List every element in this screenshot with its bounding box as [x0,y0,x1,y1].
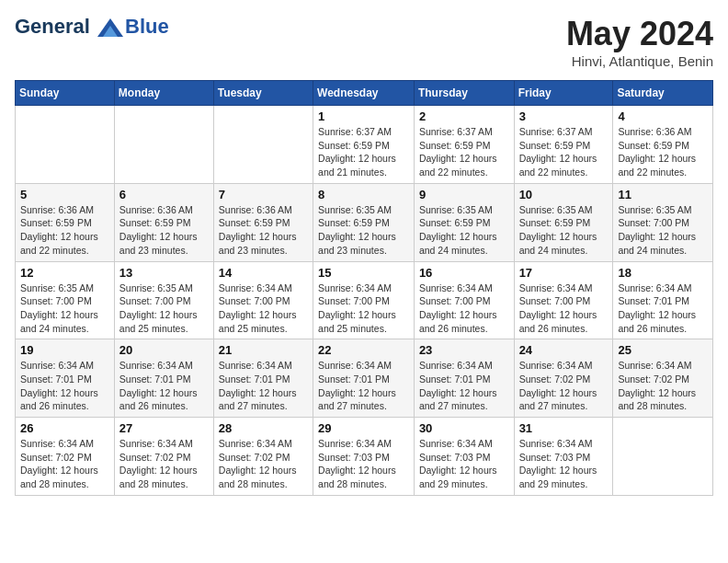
day-info: Sunrise: 6:34 AMSunset: 7:01 PMDaylight:… [419,359,509,413]
logo-text: General [15,15,90,38]
day-info: Sunrise: 6:34 AMSunset: 7:02 PMDaylight:… [519,359,609,413]
calendar-week-row: 1Sunrise: 6:37 AMSunset: 6:59 PMDaylight… [16,106,713,184]
calendar-cell: 8Sunrise: 6:35 AMSunset: 6:59 PMDaylight… [313,183,415,261]
day-number: 9 [419,188,509,201]
calendar-cell: 28Sunrise: 6:34 AMSunset: 7:02 PMDayligh… [213,418,313,496]
day-info: Sunrise: 6:34 AMSunset: 7:02 PMDaylight:… [119,437,209,491]
weekday-header: Wednesday [313,81,415,106]
day-info: Sunrise: 6:34 AMSunset: 7:00 PMDaylight:… [519,282,609,336]
calendar-cell: 2Sunrise: 6:37 AMSunset: 6:59 PMDaylight… [414,106,514,184]
day-info: Sunrise: 6:35 AMSunset: 7:00 PMDaylight:… [618,203,708,258]
day-number: 12 [20,266,109,280]
calendar-cell: 25Sunrise: 6:34 AMSunset: 7:02 PMDayligh… [613,339,713,418]
calendar-cell: 29Sunrise: 6:34 AMSunset: 7:03 PMDayligh… [313,418,415,496]
calendar-cell [213,106,313,184]
day-number: 5 [20,188,109,201]
day-number: 24 [519,343,609,357]
calendar-cell: 24Sunrise: 6:34 AMSunset: 7:02 PMDayligh… [514,339,613,418]
day-info: Sunrise: 6:35 AMSunset: 6:59 PMDaylight:… [318,203,409,258]
calendar-cell: 14Sunrise: 6:34 AMSunset: 7:00 PMDayligh… [213,261,313,339]
weekday-header: Thursday [414,81,514,106]
day-info: Sunrise: 6:36 AMSunset: 6:59 PMDaylight:… [20,203,109,258]
day-number: 13 [119,266,209,280]
day-number: 21 [219,343,308,357]
weekday-header: Saturday [613,81,713,106]
day-number: 23 [419,343,509,357]
logo-blue: Blue [125,15,169,39]
day-info: Sunrise: 6:34 AMSunset: 7:01 PMDaylight:… [618,282,708,336]
logo-icon [97,18,123,37]
location: Hinvi, Atlantique, Benin [566,53,713,69]
day-info: Sunrise: 6:37 AMSunset: 6:59 PMDaylight:… [318,125,409,179]
day-info: Sunrise: 6:34 AMSunset: 7:00 PMDaylight:… [219,282,308,336]
calendar-cell: 26Sunrise: 6:34 AMSunset: 7:02 PMDayligh… [16,418,115,496]
calendar-cell: 11Sunrise: 6:35 AMSunset: 7:00 PMDayligh… [613,183,713,261]
calendar-cell: 22Sunrise: 6:34 AMSunset: 7:01 PMDayligh… [313,339,415,418]
day-number: 11 [618,188,708,201]
day-number: 2 [419,109,509,123]
page-header: General Blue May 2024 Hinvi, Atlantique,… [15,15,713,69]
calendar-cell: 16Sunrise: 6:34 AMSunset: 7:00 PMDayligh… [414,261,514,339]
day-info: Sunrise: 6:36 AMSunset: 6:59 PMDaylight:… [219,203,308,258]
day-number: 29 [318,421,409,435]
weekday-header: Friday [514,81,613,106]
calendar-cell: 15Sunrise: 6:34 AMSunset: 7:00 PMDayligh… [313,261,415,339]
day-info: Sunrise: 6:34 AMSunset: 7:01 PMDaylight:… [20,359,109,413]
calendar-cell: 7Sunrise: 6:36 AMSunset: 6:59 PMDaylight… [213,183,313,261]
day-number: 17 [519,266,609,280]
weekday-header: Monday [114,81,213,106]
day-number: 16 [419,266,509,280]
day-info: Sunrise: 6:34 AMSunset: 7:00 PMDaylight:… [318,282,409,336]
logo: General Blue [15,15,169,39]
calendar-cell: 12Sunrise: 6:35 AMSunset: 7:00 PMDayligh… [16,261,115,339]
day-number: 27 [119,421,209,435]
calendar-cell: 27Sunrise: 6:34 AMSunset: 7:02 PMDayligh… [114,418,213,496]
weekday-header: Tuesday [213,81,313,106]
day-info: Sunrise: 6:34 AMSunset: 7:03 PMDaylight:… [419,437,509,491]
day-number: 28 [219,421,308,435]
calendar-week-row: 19Sunrise: 6:34 AMSunset: 7:01 PMDayligh… [16,339,713,418]
day-number: 31 [519,421,609,435]
day-info: Sunrise: 6:35 AMSunset: 7:00 PMDaylight:… [119,282,209,336]
day-info: Sunrise: 6:35 AMSunset: 6:59 PMDaylight:… [519,203,609,258]
day-info: Sunrise: 6:36 AMSunset: 6:59 PMDaylight:… [119,203,209,258]
day-info: Sunrise: 6:34 AMSunset: 7:02 PMDaylight:… [219,437,308,491]
day-info: Sunrise: 6:34 AMSunset: 7:01 PMDaylight:… [119,359,209,413]
calendar-cell: 19Sunrise: 6:34 AMSunset: 7:01 PMDayligh… [16,339,115,418]
calendar-header-row: SundayMondayTuesdayWednesdayThursdayFrid… [16,81,713,106]
day-number: 22 [318,343,409,357]
calendar-week-row: 5Sunrise: 6:36 AMSunset: 6:59 PMDaylight… [16,183,713,261]
day-number: 20 [119,343,209,357]
calendar-cell: 10Sunrise: 6:35 AMSunset: 6:59 PMDayligh… [514,183,613,261]
day-number: 8 [318,188,409,201]
day-number: 25 [618,343,708,357]
calendar-cell: 4Sunrise: 6:36 AMSunset: 6:59 PMDaylight… [613,106,713,184]
month-title: May 2024 [566,15,713,53]
day-number: 7 [219,188,308,201]
calendar-cell: 23Sunrise: 6:34 AMSunset: 7:01 PMDayligh… [414,339,514,418]
calendar-cell: 21Sunrise: 6:34 AMSunset: 7:01 PMDayligh… [213,339,313,418]
day-number: 6 [119,188,209,201]
calendar-week-row: 26Sunrise: 6:34 AMSunset: 7:02 PMDayligh… [16,418,713,496]
calendar-cell [16,106,115,184]
day-info: Sunrise: 6:37 AMSunset: 6:59 PMDaylight:… [519,125,609,179]
day-info: Sunrise: 6:37 AMSunset: 6:59 PMDaylight:… [419,125,509,179]
day-info: Sunrise: 6:34 AMSunset: 7:00 PMDaylight:… [419,282,509,336]
calendar-cell: 18Sunrise: 6:34 AMSunset: 7:01 PMDayligh… [613,261,713,339]
day-info: Sunrise: 6:34 AMSunset: 7:03 PMDaylight:… [318,437,409,491]
calendar-cell: 5Sunrise: 6:36 AMSunset: 6:59 PMDaylight… [16,183,115,261]
day-info: Sunrise: 6:34 AMSunset: 7:02 PMDaylight:… [20,437,109,491]
day-number: 10 [519,188,609,201]
day-number: 1 [318,109,409,123]
day-number: 15 [318,266,409,280]
calendar-cell: 31Sunrise: 6:34 AMSunset: 7:03 PMDayligh… [514,418,613,496]
day-info: Sunrise: 6:35 AMSunset: 7:00 PMDaylight:… [20,282,109,336]
calendar-cell: 17Sunrise: 6:34 AMSunset: 7:00 PMDayligh… [514,261,613,339]
day-info: Sunrise: 6:34 AMSunset: 7:01 PMDaylight:… [219,359,308,413]
title-block: May 2024 Hinvi, Atlantique, Benin [566,15,713,69]
day-number: 4 [618,109,708,123]
day-info: Sunrise: 6:35 AMSunset: 6:59 PMDaylight:… [419,203,509,258]
day-number: 3 [519,109,609,123]
day-number: 14 [219,266,308,280]
day-number: 18 [618,266,708,280]
